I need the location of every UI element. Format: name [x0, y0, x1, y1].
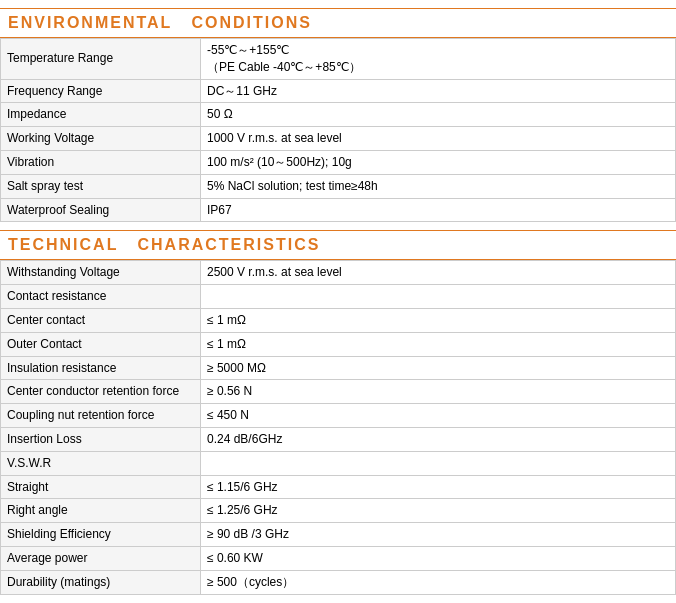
- table-row: Center conductor retention force≥ 0.56 N: [1, 380, 676, 404]
- table-cell-value: 50 Ω: [201, 103, 676, 127]
- table-cell-value: [201, 451, 676, 475]
- table-cell-label: Frequency Range: [1, 79, 201, 103]
- table-cell-value: ≥ 0.56 N: [201, 380, 676, 404]
- table-row: Average power≤ 0.60 KW: [1, 546, 676, 570]
- table-cell-label: Shielding Efficiency: [1, 523, 201, 547]
- header-part2: CONDITIONS: [191, 14, 311, 31]
- table-row: Frequency RangeDC～11 GHz: [1, 79, 676, 103]
- section-block-environmental: Temperature Range-55℃～+155℃（PE Cable -40…: [0, 38, 676, 222]
- section-header-environmental: ENVIRONMENTAL CONDITIONS: [0, 8, 676, 38]
- table-row: Outer Contact≤ 1 mΩ: [1, 332, 676, 356]
- table-row: Temperature Range-55℃～+155℃（PE Cable -40…: [1, 39, 676, 80]
- table-row: Salt spray test5% NaCl solution; test ti…: [1, 174, 676, 198]
- header-part2: CHARACTERISTICS: [138, 236, 321, 253]
- table-cell-value: ≥ 90 dB /3 GHz: [201, 523, 676, 547]
- table-cell-value: 5% NaCl solution; test time≥48h: [201, 174, 676, 198]
- table-cell-label: Insertion Loss: [1, 427, 201, 451]
- table-cell-value: ≤ 1 mΩ: [201, 332, 676, 356]
- table-cell-label: Outer Contact: [1, 332, 201, 356]
- table-row: Working Voltage1000 V r.m.s. at sea leve…: [1, 127, 676, 151]
- table-row: Coupling nut retention force≤ 450 N: [1, 404, 676, 428]
- table-cell-label: Waterproof Sealing: [1, 198, 201, 222]
- table-cell-label: Center conductor retention force: [1, 380, 201, 404]
- table-cell-label: Salt spray test: [1, 174, 201, 198]
- table-row: Center contact≤ 1 mΩ: [1, 308, 676, 332]
- table-cell-value: ≤ 1.25/6 GHz: [201, 499, 676, 523]
- table-row: Insertion Loss0.24 dB/6GHz: [1, 427, 676, 451]
- table-cell-label: Coupling nut retention force: [1, 404, 201, 428]
- table-cell-value: [201, 285, 676, 309]
- table-row: Withstanding Voltage2500 V r.m.s. at sea…: [1, 261, 676, 285]
- table-cell-value: 1000 V r.m.s. at sea level: [201, 127, 676, 151]
- table-row: Straight≤ 1.15/6 GHz: [1, 475, 676, 499]
- table-cell-label: Withstanding Voltage: [1, 261, 201, 285]
- table-cell-value: -55℃～+155℃（PE Cable -40℃～+85℃）: [201, 39, 676, 80]
- table-cell-label: Temperature Range: [1, 39, 201, 80]
- table-cell-label: Impedance: [1, 103, 201, 127]
- table-cell-label: Center contact: [1, 308, 201, 332]
- table-row: Durability (matings)≥ 500（cycles）: [1, 570, 676, 594]
- table-row: Insulation resistance≥ 5000 MΩ: [1, 356, 676, 380]
- table-cell-value: ≤ 450 N: [201, 404, 676, 428]
- table-cell-value: IP67: [201, 198, 676, 222]
- table-row: Waterproof SealingIP67: [1, 198, 676, 222]
- table-cell-label: Straight: [1, 475, 201, 499]
- section-block-technical: Withstanding Voltage2500 V r.m.s. at sea…: [0, 260, 676, 594]
- table-cell-value: 100 m/s² (10～500Hz); 10g: [201, 150, 676, 174]
- table-row: Contact resistance: [1, 285, 676, 309]
- table-cell-label: Durability (matings): [1, 570, 201, 594]
- header-part1: ENVIRONMENTAL: [8, 14, 172, 31]
- table-cell-value: ≥ 5000 MΩ: [201, 356, 676, 380]
- table-cell-value: ≤ 1 mΩ: [201, 308, 676, 332]
- table-row: Shielding Efficiency≥ 90 dB /3 GHz: [1, 523, 676, 547]
- table-row: V.S.W.R: [1, 451, 676, 475]
- header-part1: TECHNICAL: [8, 236, 118, 253]
- table-cell-label: Vibration: [1, 150, 201, 174]
- table-row: Right angle≤ 1.25/6 GHz: [1, 499, 676, 523]
- table-cell-value: ≤ 1.15/6 GHz: [201, 475, 676, 499]
- table-cell-value: 2500 V r.m.s. at sea level: [201, 261, 676, 285]
- table-cell-label: Working Voltage: [1, 127, 201, 151]
- table-row: Vibration100 m/s² (10～500Hz); 10g: [1, 150, 676, 174]
- table-cell-label: Right angle: [1, 499, 201, 523]
- table-cell-label: Contact resistance: [1, 285, 201, 309]
- table-technical: Withstanding Voltage2500 V r.m.s. at sea…: [0, 260, 676, 594]
- table-cell-value: DC～11 GHz: [201, 79, 676, 103]
- table-environmental: Temperature Range-55℃～+155℃（PE Cable -40…: [0, 38, 676, 222]
- table-row: Impedance50 Ω: [1, 103, 676, 127]
- table-cell-value: 0.24 dB/6GHz: [201, 427, 676, 451]
- table-cell-label: V.S.W.R: [1, 451, 201, 475]
- table-cell-value: ≤ 0.60 KW: [201, 546, 676, 570]
- table-cell-label: Average power: [1, 546, 201, 570]
- table-cell-value: ≥ 500（cycles）: [201, 570, 676, 594]
- table-cell-label: Insulation resistance: [1, 356, 201, 380]
- section-header-technical: TECHNICAL CHARACTERISTICS: [0, 230, 676, 260]
